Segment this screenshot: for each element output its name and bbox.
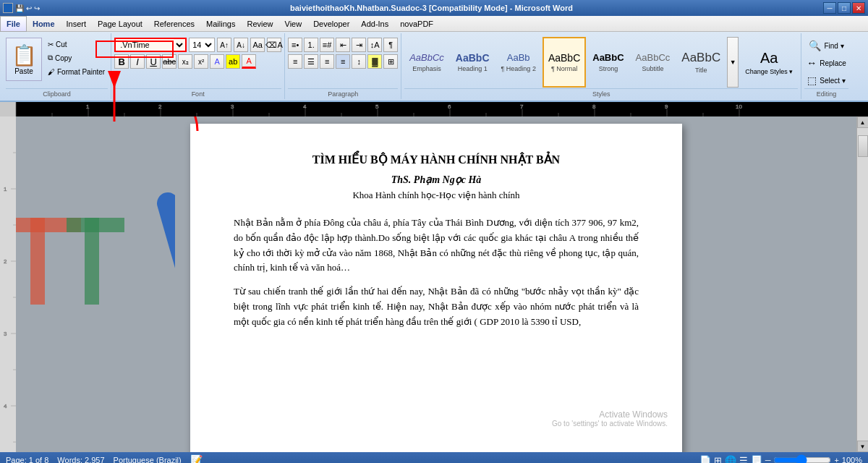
- select-button[interactable]: ⬚ Select ▾: [804, 72, 848, 88]
- font-name-select[interactable]: .VnTime: [114, 38, 187, 52]
- change-styles-button[interactable]: Aa Change Styles ▾: [740, 37, 798, 88]
- scroll-down-button[interactable]: ▼: [857, 441, 869, 452]
- menu-developer[interactable]: Developer: [307, 16, 355, 32]
- bold-button[interactable]: B: [114, 54, 129, 69]
- replace-label: Replace: [820, 59, 846, 67]
- decrease-indent-button[interactable]: ⇤: [336, 38, 350, 52]
- quick-access-undo[interactable]: ↩: [26, 4, 32, 12]
- font-row2: B I U abc x₂ x² A ab A: [114, 54, 281, 69]
- view-web-button[interactable]: 🌐: [725, 455, 736, 464]
- status-bar: Page: 1 of 8 Words: 2,957 Portuguese (Br…: [0, 452, 868, 463]
- document-area[interactable]: TÌM HIỂU BỘ MÁY HÀNH CHÍNH NHẬT BẢN ThS.…: [16, 116, 856, 452]
- svg-text:7: 7: [520, 103, 524, 110]
- emphasis-label: Emphasis: [412, 65, 441, 72]
- style-title[interactable]: AaBbC Title: [676, 37, 726, 88]
- align-left-button[interactable]: ≡: [288, 54, 302, 69]
- format-painter-button[interactable]: 🖌 Format Painter: [45, 65, 108, 78]
- menu-insert[interactable]: Insert: [61, 16, 93, 32]
- show-para-button[interactable]: ¶: [383, 38, 398, 52]
- subscript-button[interactable]: x₂: [178, 54, 192, 69]
- maximize-button[interactable]: □: [838, 2, 851, 14]
- menu-review[interactable]: Review: [241, 16, 278, 32]
- borders-button[interactable]: ⊞: [383, 54, 398, 69]
- align-center-button[interactable]: ☰: [304, 54, 318, 69]
- font-shrink-button[interactable]: A↓: [234, 38, 248, 52]
- justify-button[interactable]: ≡: [336, 54, 350, 69]
- svg-text:6: 6: [448, 103, 451, 110]
- menu-page-layout[interactable]: Page Layout: [92, 16, 148, 32]
- spell-check-icon[interactable]: 📝: [190, 454, 203, 463]
- document-paragraph-1[interactable]: Nhật Bản nằm ở phía Đông của châu á, phí…: [234, 216, 639, 276]
- scroll-thumb[interactable]: [858, 135, 868, 157]
- cut-button[interactable]: ✂ Cut: [45, 38, 108, 51]
- main-area: 1 2 3 4: [0, 116, 868, 452]
- menu-file[interactable]: File: [0, 16, 27, 32]
- strong-label: Strong: [599, 65, 618, 72]
- view-outline-button[interactable]: ☰: [739, 455, 748, 464]
- font-color-button[interactable]: A: [242, 54, 256, 69]
- style-subtitle[interactable]: AaBbCc Subtitle: [631, 37, 676, 88]
- highlight-button[interactable]: ab: [226, 54, 240, 69]
- document-paragraph-2[interactable]: Từ sau chiến tranh thế giới lần thứ hai …: [234, 284, 639, 329]
- scroll-up-button[interactable]: ▲: [857, 116, 869, 128]
- style-emphasis[interactable]: AaBbCc Emphasis: [404, 37, 449, 88]
- menu-mailings[interactable]: Mailings: [200, 16, 241, 32]
- font-grow-button[interactable]: A↑: [217, 38, 231, 52]
- copy-label: Copy: [55, 54, 72, 62]
- vertical-ruler: 1 2 3 4: [0, 116, 16, 452]
- increase-indent-button[interactable]: ⇥: [352, 38, 366, 52]
- word-icon: [3, 3, 13, 13]
- heading2-preview: AaBb: [507, 52, 530, 64]
- scroll-track[interactable]: [857, 128, 869, 441]
- find-button[interactable]: 🔍 Find ▾: [804, 38, 848, 54]
- copy-button[interactable]: ⧉ Copy: [45, 51, 108, 64]
- zoom-level: 100%: [842, 456, 862, 463]
- bullets-button[interactable]: ≡•: [288, 38, 302, 52]
- change-styles-icon: Aa: [760, 50, 778, 67]
- style-strong[interactable]: AaBbC Strong: [587, 37, 629, 88]
- menu-view[interactable]: View: [279, 16, 308, 32]
- close-button[interactable]: ✕: [852, 2, 865, 14]
- style-heading1[interactable]: AaBbC Heading 1: [451, 37, 495, 88]
- zoom-in-button[interactable]: +: [834, 456, 838, 463]
- style-normal[interactable]: AaBbC ¶ Normal: [542, 37, 586, 88]
- menu-addins[interactable]: Add-Ins: [355, 16, 394, 32]
- style-heading2[interactable]: AaBb ¶ Heading 2: [496, 37, 541, 88]
- numbering-button[interactable]: 1.: [304, 38, 318, 52]
- view-full-screen-button[interactable]: ⊞: [714, 455, 722, 464]
- replace-button[interactable]: ↔ Replace: [804, 55, 848, 71]
- minimize-button[interactable]: ─: [823, 2, 836, 14]
- font-size-select[interactable]: 14: [189, 38, 215, 52]
- align-right-button[interactable]: ≡: [320, 54, 334, 69]
- strikethrough-button[interactable]: abc: [162, 54, 176, 69]
- format-painter-icon: 🖌: [48, 68, 55, 76]
- superscript-button[interactable]: x²: [194, 54, 208, 69]
- zoom-slider[interactable]: [773, 456, 831, 463]
- vertical-scrollbar[interactable]: ▲ ▼: [856, 116, 868, 452]
- italic-button[interactable]: I: [130, 54, 145, 69]
- change-case-button[interactable]: Aa: [250, 38, 265, 52]
- view-print-button[interactable]: 📄: [699, 455, 711, 464]
- shading-button[interactable]: ▓: [367, 54, 382, 69]
- cut-icon: ✂: [48, 41, 54, 48]
- sort-button[interactable]: ↕A: [367, 38, 382, 52]
- menu-novapdf[interactable]: novaPDF: [394, 16, 439, 32]
- menu-home[interactable]: Home: [27, 16, 61, 32]
- ruler-corner: [0, 102, 16, 116]
- zoom-out-button[interactable]: ─: [765, 456, 771, 463]
- line-spacing-button[interactable]: ↕: [352, 54, 366, 69]
- red-arrow-annotation: [169, 116, 212, 140]
- quick-access-redo[interactable]: ↪: [34, 4, 40, 12]
- underline-button[interactable]: U: [146, 54, 161, 69]
- document-page[interactable]: TÌM HIỂU BỘ MÁY HÀNH CHÍNH NHẬT BẢN ThS.…: [190, 124, 682, 452]
- quick-access-save[interactable]: 💾: [15, 4, 24, 12]
- text-effects-button[interactable]: A: [210, 54, 224, 69]
- watermark-logo: [16, 174, 175, 377]
- clear-format-button[interactable]: ⌫A: [267, 38, 281, 52]
- styles-scroll-button[interactable]: ▼: [727, 37, 739, 88]
- paste-button[interactable]: 📋 Paste: [6, 38, 42, 81]
- multilevel-list-button[interactable]: ≡#: [320, 38, 334, 52]
- view-draft-button[interactable]: 📃: [751, 455, 762, 464]
- status-right: 📄 ⊞ 🌐 ☰ 📃 ─ + 100%: [699, 455, 862, 464]
- menu-references[interactable]: References: [148, 16, 200, 32]
